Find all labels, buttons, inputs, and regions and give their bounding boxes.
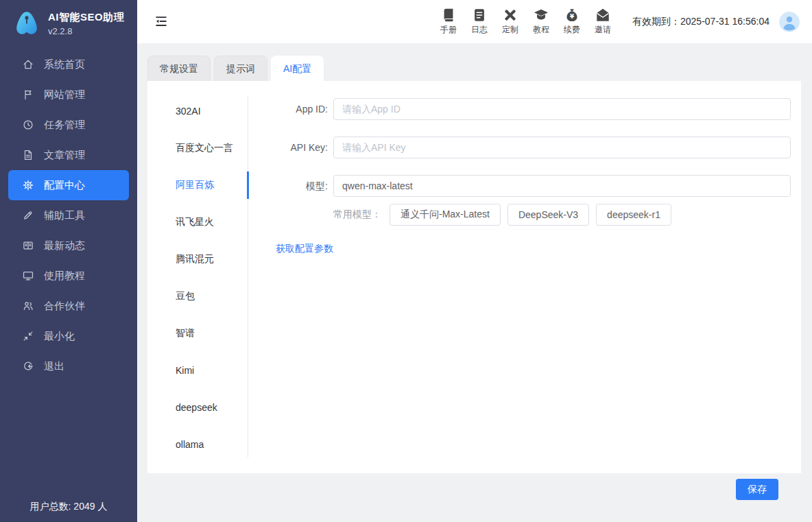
app-logo-icon <box>12 9 41 38</box>
user-avatar[interactable] <box>779 12 800 32</box>
provider-doubao[interactable]: 豆包 <box>147 278 248 315</box>
validity-label: 有效期到： <box>632 16 680 27</box>
provider-tencent-hunyuan[interactable]: 腾讯混元 <box>147 241 248 278</box>
manual-icon <box>441 8 456 23</box>
action-label: 教程 <box>533 24 549 36</box>
action-course[interactable]: 教程 <box>532 8 550 36</box>
ai-config-panel: 302AI 百度文心一言 阿里百炼 讯飞星火 腾讯混元 豆包 智谱 Kimi d… <box>147 81 801 473</box>
sidebar-item-label: 合作伙伴 <box>44 300 85 313</box>
sidebar-item-logout[interactable]: 退出 <box>8 351 129 381</box>
api-key-label: API Key: <box>274 137 333 158</box>
api-key-input[interactable] <box>333 137 791 158</box>
model-input[interactable] <box>333 175 791 197</box>
action-logs[interactable]: 日志 <box>470 8 488 36</box>
provider-baidu-wenxin[interactable]: 百度文心一言 <box>147 130 248 167</box>
sidebar-item-tutorial[interactable]: 使用教程 <box>8 261 129 291</box>
monitor-icon <box>22 270 34 282</box>
course-icon <box>534 8 549 23</box>
model-button-deepseek-v3[interactable]: DeepSeek-V3 <box>508 204 589 226</box>
sidebar-item-label: 退出 <box>44 360 64 373</box>
provider-deepseek[interactable]: deepseek <box>147 389 248 426</box>
renew-icon: ¥ <box>564 8 580 23</box>
save-row: 保存 <box>147 473 801 500</box>
provider-config-form: App ID: API Key: 模型: 常用模型： 通义千问-Max-Late… <box>248 81 801 473</box>
save-button[interactable]: 保存 <box>736 479 778 500</box>
topbar: 手册 日志 定制 教程 ¥ 续费 邀请 有效 <box>137 0 812 43</box>
home-icon <box>22 58 34 71</box>
sidebar-item-label: 使用教程 <box>44 270 85 283</box>
get-config-params-link[interactable]: 获取配置参数 <box>276 243 333 255</box>
sidebar-item-sites[interactable]: 网站管理 <box>8 80 129 110</box>
sidebar-item-label: 系统首页 <box>44 58 85 71</box>
logout-icon <box>22 360 34 372</box>
tab-prompts[interactable]: 提示词 <box>214 56 267 81</box>
partners-icon <box>22 300 34 312</box>
sidebar-item-partners[interactable]: 合作伙伴 <box>8 291 129 321</box>
action-label: 邀请 <box>595 24 611 36</box>
app-id-input[interactable] <box>333 98 791 120</box>
app-logo-block: AI智能SEO助理 v2.2.8 <box>0 0 137 43</box>
common-models-label: 常用模型： <box>333 209 381 221</box>
action-label: 续费 <box>564 24 580 36</box>
provider-zhipu[interactable]: 智谱 <box>147 315 248 352</box>
model-label: 模型: <box>274 175 333 197</box>
action-label: 定制 <box>502 24 518 36</box>
validity-text: 有效期到：2025-07-31 16:56:04 <box>632 16 769 28</box>
sidebar-item-label: 辅助工具 <box>44 209 85 222</box>
sidebar-item-label: 配置中心 <box>44 179 85 192</box>
provider-kimi[interactable]: Kimi <box>147 352 248 389</box>
document-icon <box>22 149 34 161</box>
model-button-qwen-max-latest[interactable]: 通义千问-Max-Latest <box>390 204 501 226</box>
sidebar-menu: 系统首页 网站管理 任务管理 文章管理 配置中心 辅助工具 最新动态 使用教程 <box>0 49 137 381</box>
common-models-row: 常用模型： 通义千问-Max-Latest DeepSeek-V3 deepse… <box>333 204 791 226</box>
pen-icon <box>22 209 34 222</box>
validity-value: 2025-07-31 16:56:04 <box>680 16 769 27</box>
sidebar-item-tools[interactable]: 辅助工具 <box>8 200 129 230</box>
user-total: 用户总数: 2049 人 <box>0 501 137 513</box>
main-area: 手册 日志 定制 教程 ¥ 续费 邀请 有效 <box>137 0 812 522</box>
action-label: 手册 <box>440 24 457 36</box>
provider-ollama[interactable]: ollama <box>147 426 248 463</box>
model-button-deepseek-r1[interactable]: deepseek-r1 <box>596 204 671 226</box>
action-label: 日志 <box>471 24 488 36</box>
gear-icon <box>22 179 34 191</box>
sidebar-item-home[interactable]: 系统首页 <box>8 49 129 80</box>
sidebar-item-news[interactable]: 最新动态 <box>8 230 129 261</box>
sidebar-collapse-icon[interactable] <box>154 14 170 30</box>
sidebar-item-tasks[interactable]: 任务管理 <box>8 110 129 140</box>
provider-active-indicator <box>247 171 249 199</box>
action-renew[interactable]: ¥ 续费 <box>563 8 581 36</box>
provider-xunfei-spark[interactable]: 讯飞星火 <box>147 204 248 241</box>
provider-302ai[interactable]: 302AI <box>147 93 248 130</box>
sidebar-item-label: 网站管理 <box>44 88 85 102</box>
minimize-icon <box>22 330 34 342</box>
settings-tabbar: 常规设置 提示词 AI配置 <box>147 56 801 81</box>
flag-icon <box>22 88 34 101</box>
news-icon <box>22 239 34 252</box>
provider-divider <box>248 96 248 458</box>
svg-text:¥: ¥ <box>570 13 574 20</box>
provider-ali-bailian[interactable]: 阿里百炼 <box>147 167 248 204</box>
sidebar-item-label: 文章管理 <box>44 149 85 162</box>
sidebar-item-label: 最小化 <box>44 330 75 343</box>
sidebar-item-minimize[interactable]: 最小化 <box>8 321 129 351</box>
action-invite[interactable]: 邀请 <box>594 8 612 36</box>
tab-general-settings[interactable]: 常规设置 <box>147 56 211 81</box>
log-icon <box>472 8 487 23</box>
sidebar-item-config-center[interactable]: 配置中心 <box>8 170 129 200</box>
customize-icon <box>503 8 518 23</box>
invite-icon <box>595 8 610 23</box>
sidebar-item-articles[interactable]: 文章管理 <box>8 140 129 170</box>
action-customize[interactable]: 定制 <box>501 8 519 36</box>
provider-list: 302AI 百度文心一言 阿里百炼 讯飞星火 腾讯混元 豆包 智谱 Kimi d… <box>147 81 248 473</box>
clock-icon <box>22 119 34 131</box>
app-id-label: App ID: <box>274 98 333 120</box>
quick-actions: 手册 日志 定制 教程 ¥ 续费 邀请 <box>440 8 612 36</box>
app-version: v2.2.8 <box>48 26 124 36</box>
content-area: 常规设置 提示词 AI配置 302AI 百度文心一言 阿里百炼 讯飞星火 腾讯混… <box>137 43 812 522</box>
app-title: AI智能SEO助理 <box>48 11 124 24</box>
sidebar: AI智能SEO助理 v2.2.8 系统首页 网站管理 任务管理 文章管理 配置中… <box>0 0 137 522</box>
tab-ai-config[interactable]: AI配置 <box>271 56 324 81</box>
sidebar-item-label: 任务管理 <box>44 119 85 132</box>
action-manual[interactable]: 手册 <box>440 8 457 36</box>
